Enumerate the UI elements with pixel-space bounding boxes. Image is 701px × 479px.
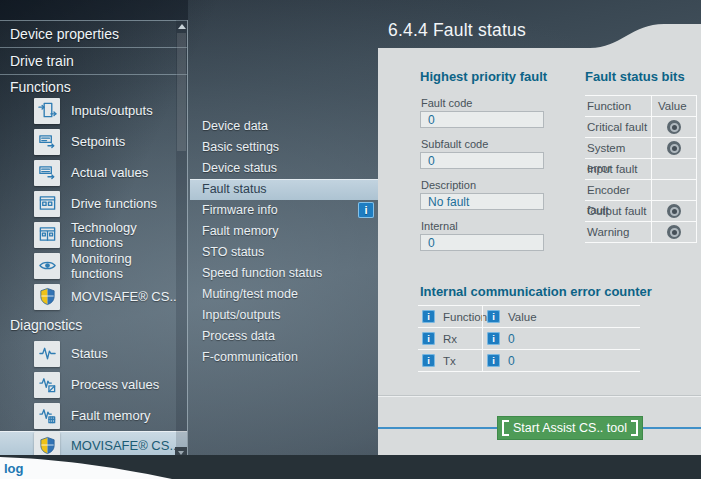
menu-item-speed-function-status[interactable]: Speed function status (190, 263, 378, 284)
sidebar-section-functions: Functions (0, 79, 187, 95)
sidebar-item-process-values[interactable]: Process values (0, 369, 187, 400)
cell-value: i0 (482, 350, 640, 371)
info-icon[interactable]: i (422, 310, 435, 323)
table-row-encoder-fault: Encoder fault (585, 180, 697, 201)
fault-code-field[interactable]: 0 (420, 111, 544, 128)
menu-item-label: Inputs/outputs (202, 308, 281, 322)
menu-item-firmware-info[interactable]: Firmware infoi (190, 200, 378, 221)
sidebar-item-label: Process values (71, 377, 159, 392)
menu-item-inputs-outputs[interactable]: Inputs/outputs (190, 305, 378, 326)
sidebar-item-drive-functions[interactable]: Drive functions (0, 188, 187, 219)
internal-field[interactable]: 0 (420, 234, 544, 251)
sidebar-item-status[interactable]: Status (0, 338, 187, 369)
menu-item-sto-status[interactable]: STO status (190, 242, 378, 263)
field-label-description: Description (421, 179, 476, 191)
fault-status-bits-table: FunctionValueCritical faultSystem errorI… (585, 95, 697, 243)
sidebar-item-monitoring-functions[interactable]: Monitoring functions (0, 250, 187, 281)
drive-functions-icon (34, 191, 60, 217)
info-icon[interactable]: i (422, 354, 435, 367)
info-icon[interactable]: i (487, 354, 500, 367)
cell-label: Rx (443, 333, 457, 345)
cell-label: Function (443, 311, 487, 323)
menu-item-label: Muting/test mode (202, 287, 298, 301)
sidebar-item-label: Drive functions (71, 196, 157, 211)
cell-function: Encoder fault (585, 180, 651, 200)
cell-value (651, 138, 697, 158)
menu-item-device-data[interactable]: Device data (190, 116, 378, 137)
sidebar-item-technology-functions[interactable]: Technology functions (0, 219, 187, 250)
technology-functions-icon (34, 222, 60, 248)
device-tree-sidebar: Device propertiesDrive trainFunctionsInp… (0, 20, 187, 459)
menu-item-muting-test-mode[interactable]: Muting/test mode (190, 284, 378, 305)
cell-value (651, 117, 697, 137)
sidebar-item-label: Technology functions (71, 220, 187, 250)
menu-item-fault-status[interactable]: Fault status (190, 179, 378, 200)
info-icon[interactable]: i (487, 332, 500, 345)
menu-item-f-communication[interactable]: F-communication (190, 347, 378, 368)
sidebar-item-label: Setpoints (71, 134, 125, 149)
subfault-code-field[interactable]: 0 (420, 152, 544, 169)
page-title: 6.4.4 Fault status (388, 20, 526, 41)
column-header-value: iValue (482, 306, 640, 327)
table-header-row: FunctionValue (585, 96, 697, 117)
menu-item-label: Speed function status (202, 266, 322, 280)
info-icon[interactable]: i (487, 310, 500, 323)
description-field[interactable]: No fault (420, 193, 544, 210)
table-row-output-fault: Output fault (585, 201, 697, 222)
fault-status-bits-heading: Fault status bits (585, 69, 685, 84)
sidebar-scrollbar-thumb[interactable] (177, 33, 186, 151)
actual-values-icon (34, 160, 60, 186)
cell-function: Critical fault (585, 117, 651, 137)
status-led-icon (667, 141, 681, 155)
menu-item-label: STO status (202, 245, 264, 259)
sidebar-item-device-properties[interactable]: Device properties (0, 21, 187, 48)
column-header-function: iFunction (418, 306, 482, 327)
sidebar-item-actual-values[interactable]: Actual values (0, 157, 187, 188)
cell-function: Output fault (585, 201, 651, 221)
process-values-icon (34, 372, 60, 398)
menu-item-label: Process data (202, 329, 275, 343)
sidebar-item-movisafe-cs[interactable]: MOVISAFE® CS.. (0, 281, 187, 312)
table-row-warning: Warning (585, 222, 697, 243)
status-led-icon (667, 120, 681, 134)
sidebar-item-label: Fault memory (71, 408, 150, 423)
menu-item-process-data[interactable]: Process data (190, 326, 378, 347)
cell-function: iRx (418, 328, 482, 349)
panel-top-curve (590, 23, 701, 48)
table-header-row: iFunctioniValue (418, 306, 640, 328)
menu-item-basic-settings[interactable]: Basic settings (190, 137, 378, 158)
setpoints-icon (34, 129, 60, 155)
info-icon[interactable]: i (422, 332, 435, 345)
sidebar-item-inputs-outputs[interactable]: Inputs/outputs (0, 95, 187, 126)
bottom-left-curve (0, 452, 210, 479)
status-led-icon (667, 225, 681, 239)
cell-label: Tx (443, 355, 456, 367)
fault-status-panel: Highest priority fault Fault code0Subfau… (378, 48, 701, 455)
start-assist-tool-button[interactable]: Start Assist CS.. tool (497, 416, 643, 440)
sidebar-item-setpoints[interactable]: Setpoints (0, 126, 187, 157)
sidebar-item-label: MOVISAFE® CS.. (71, 438, 177, 453)
sidebar-item-fault-memory[interactable]: Fault memory (0, 400, 187, 431)
cell-function: System error (585, 138, 651, 158)
scroll-up-icon[interactable] (178, 24, 186, 29)
cell-function: Warning (585, 222, 651, 242)
sidebar-item-drive-train[interactable]: Drive train (0, 48, 187, 75)
menu-item-label: Firmware info (202, 203, 278, 217)
menu-item-device-status[interactable]: Device status (190, 158, 378, 179)
sidebar-item-label: MOVISAFE® CS.. (71, 289, 177, 304)
status-icon (34, 341, 60, 367)
cell-value (651, 201, 697, 221)
sidebar-item-label: Device properties (10, 26, 119, 42)
menu-item-label: Device data (202, 119, 268, 133)
status-led-icon (667, 204, 681, 218)
info-icon[interactable]: i (358, 202, 374, 218)
field-label-fault-code: Fault code (421, 97, 472, 109)
menu-item-label: Fault memory (202, 224, 278, 238)
log-link[interactable]: log (4, 461, 24, 476)
table-row-rx: iRxi0 (418, 328, 640, 350)
menu-item-fault-memory[interactable]: Fault memory (190, 221, 378, 242)
cell-function: iTx (418, 350, 482, 371)
cell-label: 0 (508, 332, 515, 346)
cell-value: i0 (482, 328, 640, 349)
menu-item-label: F-communication (202, 350, 298, 364)
